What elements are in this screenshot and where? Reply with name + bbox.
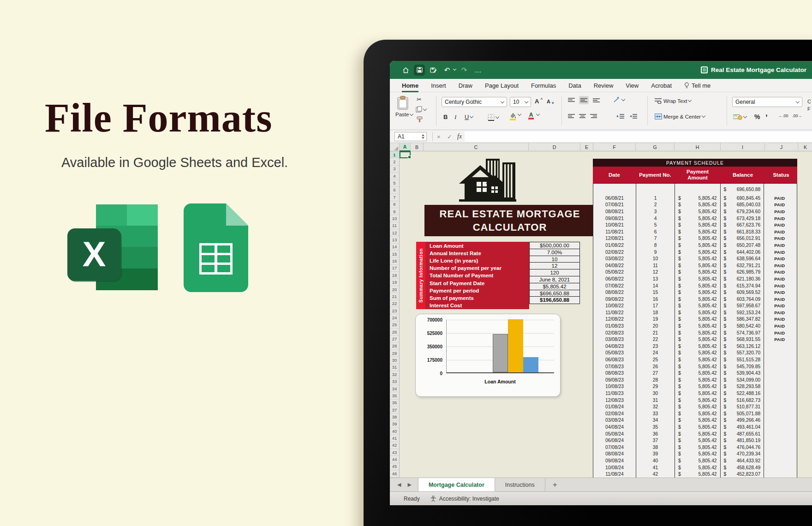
align-left-button[interactable] <box>568 114 575 119</box>
align-bottom-button[interactable] <box>593 97 600 103</box>
row-header-10[interactable]: 10 <box>390 215 399 222</box>
align-top-button[interactable] <box>568 97 575 103</box>
save-icon[interactable] <box>414 65 425 76</box>
select-all-corner[interactable] <box>390 143 400 151</box>
align-center-button[interactable] <box>579 114 586 119</box>
summary-value[interactable]: 10 <box>529 256 580 263</box>
row-header-12[interactable]: 12 <box>390 229 399 236</box>
borders-button[interactable] <box>488 114 499 121</box>
column-header-H[interactable]: H <box>675 143 721 151</box>
row-header-24[interactable]: 24 <box>390 314 399 321</box>
row-header-35[interactable]: 35 <box>390 392 399 399</box>
row-header-7[interactable]: 7 <box>390 194 399 201</box>
row-header-11[interactable]: 11 <box>390 222 399 229</box>
sheet-grid[interactable]: 1234567891011121314151617181920212223242… <box>390 151 812 478</box>
bold-button[interactable]: B <box>443 114 448 120</box>
align-middle-button[interactable] <box>579 96 589 104</box>
row-header-14[interactable]: 14 <box>390 244 399 251</box>
save-as-icon[interactable] <box>428 65 439 76</box>
row-header-41[interactable]: 41 <box>390 435 399 442</box>
summary-value[interactable]: $196,650.88 <box>529 296 580 304</box>
column-header-C[interactable]: C <box>424 143 529 151</box>
row-header-21[interactable]: 21 <box>390 293 399 300</box>
redo-icon[interactable]: ↷ <box>459 65 470 76</box>
undo-icon[interactable]: ↶ <box>442 65 453 76</box>
merge-center-button[interactable]: Merge & Center <box>655 114 705 120</box>
paste-button[interactable] <box>397 96 408 110</box>
more-commands-icon[interactable]: … <box>472 65 484 76</box>
column-header-A[interactable]: A <box>400 143 411 151</box>
row-header-5[interactable]: 5 <box>390 179 399 186</box>
shrink-font-button[interactable]: Av <box>547 98 554 105</box>
summary-value[interactable]: 120 <box>529 269 580 276</box>
formula-input[interactable] <box>465 132 812 142</box>
selected-cell-a1[interactable] <box>400 151 411 158</box>
row-header-39[interactable]: 39 <box>390 421 399 428</box>
cut-icon[interactable]: ✂ <box>417 96 422 103</box>
row-header-26[interactable]: 26 <box>390 329 399 335</box>
row-header-16[interactable]: 16 <box>390 257 399 264</box>
row-header-40[interactable]: 40 <box>390 428 399 435</box>
column-header-F[interactable]: F <box>593 143 636 151</box>
summary-value[interactable]: $5,805.42 <box>529 283 580 290</box>
paste-label[interactable]: Paste <box>395 112 413 117</box>
row-header-18[interactable]: 18 <box>390 272 399 279</box>
percent-style-button[interactable]: % <box>754 113 760 120</box>
underline-button[interactable]: U <box>465 114 473 120</box>
font-color-button[interactable]: A <box>528 113 534 120</box>
tab-mortgage-calculator[interactable]: Mortgage Calculator <box>418 478 495 491</box>
row-header-44[interactable]: 44 <box>390 456 399 463</box>
row-header-23[interactable]: 23 <box>390 307 399 314</box>
menu-draw[interactable]: Draw <box>459 79 472 92</box>
number-format-select[interactable]: General <box>732 97 802 107</box>
row-header-30[interactable]: 30 <box>390 357 399 364</box>
summary-value[interactable]: $696,650.88 <box>529 290 580 297</box>
row-header-45[interactable]: 45 <box>390 463 399 470</box>
increase-indent-button[interactable] <box>630 114 637 119</box>
row-header-9[interactable]: 9 <box>390 208 399 215</box>
row-header-8[interactable]: 8 <box>390 201 399 208</box>
row-header-37[interactable]: 37 <box>390 406 399 413</box>
decrease-decimal-button[interactable]: .00→ <box>792 114 802 118</box>
summary-value[interactable]: $500,000.00 <box>529 242 580 249</box>
cancel-icon[interactable]: × <box>437 130 441 143</box>
insert-function-icon[interactable]: fx <box>457 130 462 143</box>
format-painter-icon[interactable] <box>417 116 423 123</box>
row-header-1[interactable]: 1 <box>390 151 399 158</box>
enter-icon[interactable]: ✓ <box>447 130 452 143</box>
accounting-format-button[interactable] <box>733 114 746 120</box>
menu-home[interactable]: Home <box>402 79 418 92</box>
grow-font-button[interactable]: A^ <box>535 98 543 105</box>
row-header-31[interactable]: 31 <box>390 364 399 371</box>
row-header-46[interactable]: 46 <box>390 470 399 477</box>
row-header-28[interactable]: 28 <box>390 343 399 350</box>
row-header-6[interactable]: 6 <box>390 187 399 194</box>
menu-insert[interactable]: Insert <box>431 79 446 92</box>
row-header-20[interactable]: 20 <box>390 286 399 293</box>
row-header-34[interactable]: 34 <box>390 385 399 392</box>
row-header-4[interactable]: 4 <box>390 173 399 179</box>
row-header-27[interactable]: 27 <box>390 335 399 342</box>
row-header-25[interactable]: 25 <box>390 322 399 329</box>
add-sheet-button[interactable]: + <box>545 478 565 491</box>
font-color-caret[interactable] <box>537 114 539 115</box>
summary-value[interactable]: June 8, 2021 <box>529 276 580 283</box>
menu-page-layout[interactable]: Page Layout <box>485 79 519 92</box>
row-header-42[interactable]: 42 <box>390 442 399 449</box>
row-header-2[interactable]: 2 <box>390 158 399 165</box>
next-sheet-icon[interactable]: ▶ <box>407 482 411 488</box>
summary-value[interactable]: 7.00% <box>529 249 580 256</box>
font-name-select[interactable]: Century Gothic <box>442 97 507 107</box>
column-header-J[interactable]: J <box>765 143 798 151</box>
tab-instructions[interactable]: Instructions <box>495 478 545 491</box>
prev-sheet-icon[interactable]: ◀ <box>397 482 401 488</box>
align-right-button[interactable] <box>590 114 597 119</box>
row-header-36[interactable]: 36 <box>390 400 399 406</box>
row-header-43[interactable]: 43 <box>390 449 399 456</box>
name-box-spinner[interactable] <box>420 132 426 141</box>
menu-view[interactable]: View <box>626 79 639 92</box>
font-size-select[interactable]: 10 <box>510 97 531 107</box>
increase-decimal-button[interactable]: ←.00 <box>778 114 788 118</box>
row-header-17[interactable]: 17 <box>390 265 399 272</box>
accessibility-status[interactable]: Accessibility: Investigate <box>430 496 499 502</box>
